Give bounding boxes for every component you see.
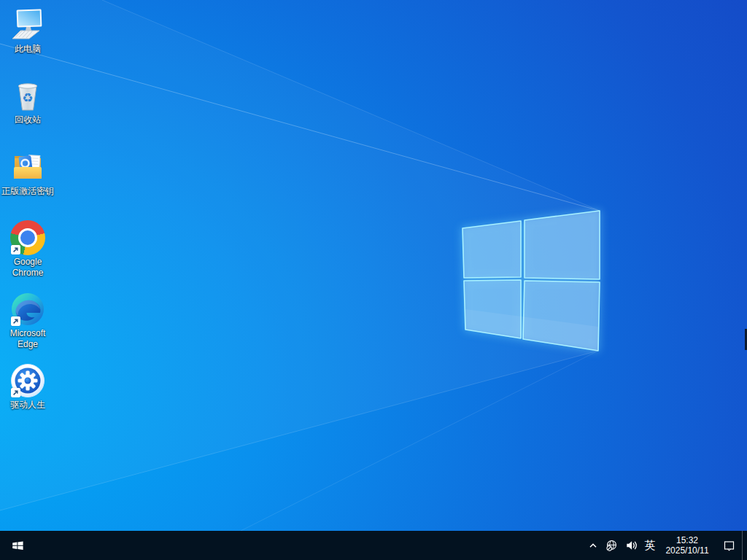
network-tray-button[interactable] (602, 531, 621, 560)
recycle-bin-icon: ♻ (10, 78, 45, 113)
hidden-icons-button[interactable] (584, 531, 602, 560)
volume-tray-button[interactable] (621, 531, 641, 560)
icon-label: 回收站 (15, 114, 41, 125)
icon-label: 此电脑 (15, 44, 41, 55)
windows-flag-icon (12, 540, 24, 552)
action-center-button[interactable] (716, 531, 742, 560)
desktop-icon-google-chrome[interactable]: GoogleChrome (0, 220, 55, 279)
network-globe-no-internet-icon (605, 540, 618, 551)
ime-language-indicator[interactable]: 英 (641, 531, 659, 560)
desktop-icon-this-pc[interactable]: 此电脑 (0, 7, 55, 55)
icon-label: MicrosoftEdge (10, 328, 46, 350)
windows-desktop-screen: 此电脑 ♻ 回收站 (0, 0, 747, 560)
icon-label: GoogleChrome (12, 257, 44, 279)
chevron-up-icon (587, 540, 599, 551)
edge-icon (10, 292, 45, 327)
desktop-icon-activation-key-folder[interactable]: 正版激活密钥 (0, 149, 55, 197)
taskbar-clock[interactable]: 15:32 2025/10/11 (659, 531, 716, 560)
gear-badge-icon (10, 363, 45, 398)
this-pc-icon (10, 7, 45, 42)
start-button[interactable] (0, 531, 35, 560)
desktop-icon-microsoft-edge[interactable]: MicrosoftEdge (0, 292, 55, 350)
desktop-icon-recycle-bin[interactable]: ♻ 回收站 (0, 78, 55, 125)
desktop-wallpaper[interactable]: 此电脑 ♻ 回收站 (0, 0, 747, 531)
clock-date: 2025/10/11 (665, 545, 708, 556)
folder-key-icon (10, 149, 45, 184)
icon-label: 驱动人生 (10, 400, 45, 411)
system-tray: 英 15:32 2025/10/11 (584, 531, 747, 560)
show-desktop-button[interactable] (742, 531, 747, 560)
shortcut-arrow-icon (11, 316, 20, 326)
shortcut-arrow-icon (11, 388, 20, 397)
volume-icon (625, 540, 638, 551)
action-center-icon (723, 540, 735, 552)
wallpaper-light-rays (0, 0, 747, 531)
icon-label: 正版激活密钥 (1, 186, 54, 197)
taskbar: 英 15:32 2025/10/11 (0, 531, 747, 560)
shortcut-arrow-icon (11, 245, 20, 254)
desktop-icon-driver-life[interactable]: 驱动人生 (0, 363, 55, 411)
svg-text:♻: ♻ (22, 90, 33, 105)
clock-time: 15:32 (676, 535, 698, 545)
chrome-icon (10, 220, 45, 255)
